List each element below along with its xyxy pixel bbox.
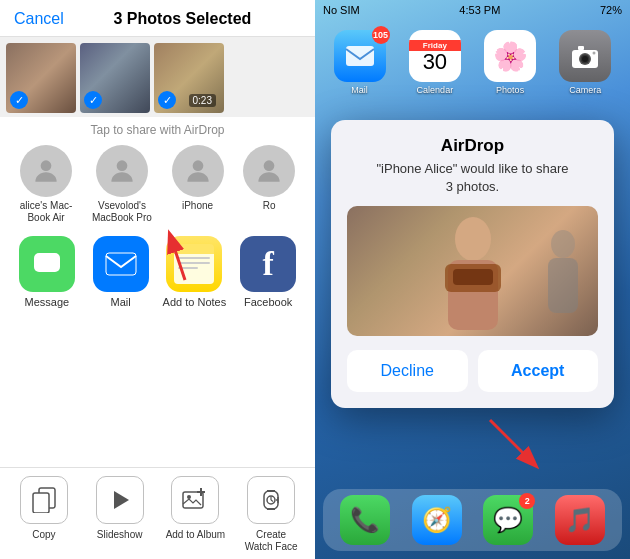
action-watch-face[interactable]: CreateWatch Face [236, 476, 306, 553]
mail-grid-icon: 105 [334, 30, 386, 82]
svg-rect-33 [453, 269, 493, 285]
message-app-icon [19, 236, 75, 292]
grid-app-photos[interactable]: 🌸 Photos [476, 30, 545, 95]
person-item-1[interactable]: Vsevolod'sMacBook Pro [92, 145, 152, 224]
dock: 📞 🧭 💬 2 🎵 [323, 489, 622, 551]
right-panel: No SIM 4:53 PM 72% 105 Mail Friday 30 Ca… [315, 0, 630, 559]
svg-point-34 [551, 230, 575, 258]
grid-app-mail[interactable]: 105 Mail [325, 30, 394, 95]
battery-status: 72% [600, 4, 622, 16]
apps-row: Message Mail Add to Notes [0, 230, 315, 312]
left-panel: Cancel 3 Photos Selected ✓ ✓ ✓ 0:23 Tap … [0, 0, 315, 559]
svg-rect-7 [33, 493, 49, 513]
share-header: Cancel 3 Photos Selected [0, 0, 315, 37]
mail-app-label: Mail [111, 296, 131, 308]
person-name-0: alice's Mac-Book Air [20, 200, 72, 224]
watch-face-label: CreateWatch Face [245, 529, 298, 553]
slideshow-icon [96, 476, 144, 524]
app-item-facebook[interactable]: f Facebook [234, 236, 302, 308]
dock-music[interactable]: 🎵 [555, 495, 605, 545]
airdrop-photo [347, 206, 598, 336]
app-item-message[interactable]: Message [13, 236, 81, 308]
watch-face-icon [247, 476, 295, 524]
camera-grid-icon [559, 30, 611, 82]
calendar-grid-label: Calendar [417, 85, 454, 95]
photo-thumb-1[interactable]: ✓ [6, 43, 76, 113]
svg-rect-35 [548, 258, 578, 313]
bottom-actions: Copy Slideshow Add to Album [0, 467, 315, 559]
person-name-1: Vsevolod'sMacBook Pro [92, 200, 152, 224]
cancel-button[interactable]: Cancel [14, 10, 64, 28]
grid-app-calendar[interactable]: Friday 30 Calendar [400, 30, 469, 95]
person-item-3[interactable]: Ro [243, 145, 295, 224]
people-row: alice's Mac-Book Air Vsevolod'sMacBook P… [0, 141, 315, 230]
photos-row: ✓ ✓ ✓ 0:23 [0, 37, 315, 117]
tap-share-label: Tap to share with AirDrop [0, 117, 315, 141]
add-album-icon [171, 476, 219, 524]
dock-phone[interactable]: 📞 [340, 495, 390, 545]
person-item-0[interactable]: alice's Mac-Book Air [20, 145, 72, 224]
app-grid: 105 Mail Friday 30 Calendar 🌸 Photos [315, 24, 630, 101]
photo-timer: 0:23 [189, 94, 216, 107]
svg-point-27 [582, 56, 588, 62]
copy-label: Copy [32, 529, 55, 541]
photo-thumb-2[interactable]: ✓ [80, 43, 150, 113]
right-status-bar: No SIM 4:53 PM 72% [315, 0, 630, 20]
person-avatar-1 [96, 145, 148, 197]
facebook-app-icon: f [240, 236, 296, 292]
svg-rect-23 [346, 46, 374, 66]
check-2: ✓ [84, 91, 102, 109]
svg-rect-28 [578, 46, 584, 50]
dock-safari[interactable]: 🧭 [412, 495, 462, 545]
facebook-app-label: Facebook [244, 296, 292, 308]
sim-status: No SIM [323, 4, 360, 16]
phone-dock-icon: 📞 [340, 495, 390, 545]
app-item-mail[interactable]: Mail [87, 236, 155, 308]
svg-marker-8 [114, 491, 129, 509]
svg-line-18 [271, 500, 273, 502]
person-avatar-3 [243, 145, 295, 197]
svg-point-3 [264, 160, 275, 171]
person-item-2[interactable]: iPhone [172, 145, 224, 224]
person-name-2: iPhone [182, 200, 213, 212]
action-slideshow[interactable]: Slideshow [85, 476, 155, 553]
app-item-notes[interactable]: Add to Notes [160, 236, 228, 308]
svg-rect-5 [106, 253, 136, 275]
airdrop-buttons: Decline Accept [347, 350, 598, 392]
action-copy[interactable]: Copy [9, 476, 79, 553]
photos-grid-label: Photos [496, 85, 524, 95]
person-name-3: Ro [263, 200, 276, 212]
photos-grid-icon: 🌸 [484, 30, 536, 82]
selected-title: 3 Photos Selected [64, 10, 301, 28]
add-album-label: Add to Album [166, 529, 225, 541]
airdrop-dialog: AirDrop "iPhone Alice" would like to sha… [331, 120, 614, 408]
person-avatar-2 [172, 145, 224, 197]
slideshow-label: Slideshow [97, 529, 143, 541]
airdrop-title: AirDrop [347, 136, 598, 156]
decline-button[interactable]: Decline [347, 350, 468, 392]
calendar-day: 30 [423, 51, 447, 73]
notes-app-icon [166, 236, 222, 292]
music-dock-icon: 🎵 [555, 495, 605, 545]
grid-app-camera[interactable]: Camera [551, 30, 620, 95]
copy-icon [20, 476, 68, 524]
camera-grid-label: Camera [569, 85, 601, 95]
dock-messages[interactable]: 💬 2 [483, 495, 533, 545]
svg-point-1 [117, 160, 128, 171]
svg-point-2 [192, 160, 203, 171]
svg-point-29 [593, 52, 596, 55]
airdrop-subtitle: "iPhone Alice" would like to share3 phot… [347, 160, 598, 196]
mail-grid-label: Mail [351, 85, 368, 95]
notes-app-label: Add to Notes [163, 296, 227, 308]
svg-point-30 [455, 217, 491, 261]
mail-app-icon [93, 236, 149, 292]
photo-thumb-3[interactable]: ✓ 0:23 [154, 43, 224, 113]
mail-badge: 105 [372, 26, 390, 44]
message-app-label: Message [25, 296, 70, 308]
calendar-grid-icon: Friday 30 [409, 30, 461, 82]
action-add-album[interactable]: Add to Album [160, 476, 230, 553]
svg-point-0 [41, 160, 52, 171]
person-avatar-0 [20, 145, 72, 197]
check-3: ✓ [158, 91, 176, 109]
accept-button[interactable]: Accept [478, 350, 599, 392]
